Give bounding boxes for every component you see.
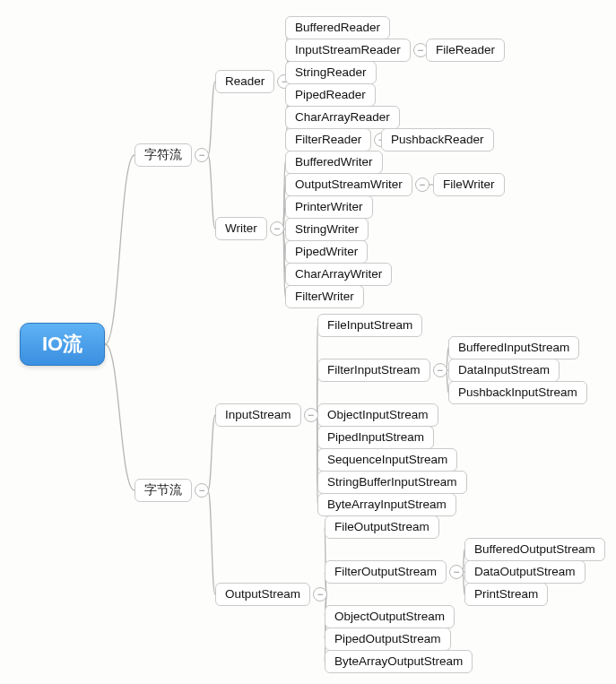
node-leaf[interactable]: PipedReader: [285, 83, 376, 107]
collapse-icon[interactable]: [270, 221, 284, 236]
node-leaf[interactable]: ByteArrayOutputStream: [325, 650, 473, 673]
node-label: InputStream: [225, 408, 291, 421]
node-label: PrinterWriter: [295, 200, 363, 213]
node-leaf[interactable]: BufferedReader: [285, 16, 390, 39]
node-label: PrintStream: [474, 587, 538, 601]
collapse-icon[interactable]: [195, 483, 209, 498]
node-leaf[interactable]: FileInputStream: [317, 314, 422, 337]
node-label: ByteArrayInputStream: [327, 498, 447, 511]
mindmap-canvas: IO流 字符流 字节流 Reader Writer InputStream Ou…: [0, 0, 616, 684]
node-inputstream[interactable]: InputStream: [215, 403, 301, 427]
node-label: OutputStreamWriter: [295, 177, 403, 191]
node-leaf[interactable]: DataInputStream: [448, 359, 560, 382]
node-label: InputStreamReader: [295, 43, 401, 56]
node-char-stream[interactable]: 字符流: [134, 143, 192, 167]
node-leaf[interactable]: PipedOutputStream: [325, 628, 451, 651]
node-label: StringReader: [295, 65, 367, 79]
node-label: PipedWriter: [295, 245, 358, 258]
node-leaf[interactable]: CharArrayWriter: [285, 263, 392, 286]
node-label: FileReader: [436, 43, 495, 56]
node-label: Writer: [225, 221, 257, 235]
node-leaf[interactable]: PipedWriter: [285, 240, 368, 264]
root-label: IO流: [42, 333, 82, 355]
node-leaf[interactable]: SequenceInputStream: [317, 448, 457, 472]
node-leaf[interactable]: BufferedOutputStream: [464, 538, 605, 561]
node-label: BufferedInputStream: [458, 341, 569, 354]
node-label: StringWriter: [295, 222, 359, 236]
node-label: ObjectInputStream: [327, 408, 429, 421]
node-byte-stream[interactable]: 字节流: [134, 479, 192, 502]
node-leaf[interactable]: FileWriter: [433, 173, 505, 196]
node-label: PushbackReader: [391, 133, 484, 146]
node-label: CharArrayReader: [295, 110, 390, 124]
node-leaf[interactable]: ObjectOutputStream: [325, 605, 455, 628]
collapse-icon[interactable]: [304, 408, 318, 422]
node-label: BufferedOutputStream: [474, 542, 595, 556]
node-label: PipedInputStream: [327, 430, 424, 444]
node-label: CharArrayWriter: [295, 267, 382, 281]
node-label: DataInputStream: [458, 363, 550, 377]
node-leaf[interactable]: ObjectInputStream: [317, 403, 438, 427]
collapse-icon[interactable]: [449, 565, 464, 579]
collapse-icon[interactable]: [195, 148, 209, 162]
node-label: Reader: [225, 74, 265, 88]
node-label: OutputStream: [225, 587, 300, 601]
node-leaf[interactable]: PushbackInputStream: [448, 381, 587, 404]
node-leaf[interactable]: FilterWriter: [285, 285, 364, 308]
node-leaf[interactable]: StringReader: [285, 61, 377, 84]
node-label: DataOutputStream: [474, 565, 576, 578]
node-label: FileWriter: [443, 177, 495, 191]
node-label: ByteArrayOutputStream: [334, 654, 463, 668]
node-leaf[interactable]: FileReader: [426, 39, 505, 62]
node-label: PipedReader: [295, 88, 366, 101]
node-label: FileInputStream: [327, 318, 412, 332]
node-leaf[interactable]: StringWriter: [285, 218, 369, 241]
node-filteroutputstream[interactable]: FilterOutputStream: [325, 560, 447, 584]
node-leaf[interactable]: DataOutputStream: [464, 560, 586, 584]
node-label: FileOutputStream: [334, 520, 429, 533]
node-label: FilterOutputStream: [334, 565, 437, 578]
node-writer[interactable]: Writer: [215, 217, 267, 240]
node-reader[interactable]: Reader: [215, 70, 274, 93]
node-outputstream[interactable]: OutputStream: [215, 583, 310, 606]
node-label: 字节流: [144, 483, 182, 497]
collapse-icon[interactable]: [313, 587, 327, 602]
node-label: 字符流: [144, 148, 182, 161]
node-label: PushbackInputStream: [458, 385, 577, 399]
node-leaf[interactable]: FileOutputStream: [325, 515, 439, 539]
node-leaf[interactable]: CharArrayReader: [285, 106, 400, 129]
node-label: FilterReader: [295, 133, 361, 146]
node-leaf[interactable]: StringBufferInputStream: [317, 471, 467, 494]
node-label: FilterWriter: [295, 290, 354, 303]
collapse-icon[interactable]: [415, 177, 429, 192]
node-leaf[interactable]: PrintStream: [464, 583, 548, 606]
node-label: BufferedReader: [295, 21, 380, 34]
node-leaf[interactable]: PrinterWriter: [285, 195, 373, 219]
node-label: BufferedWriter: [295, 155, 373, 169]
node-label: StringBufferInputStream: [327, 475, 457, 489]
collapse-icon[interactable]: [433, 363, 447, 377]
node-leaf[interactable]: BufferedWriter: [285, 151, 383, 174]
node-leaf[interactable]: PipedInputStream: [317, 426, 434, 449]
node-filterreader[interactable]: FilterReader: [285, 128, 371, 152]
node-leaf[interactable]: ByteArrayInputStream: [317, 493, 456, 516]
node-leaf[interactable]: BufferedInputStream: [448, 336, 579, 359]
node-outputstreamwriter[interactable]: OutputStreamWriter: [285, 173, 412, 196]
node-filterinputstream[interactable]: FilterInputStream: [317, 359, 430, 382]
node-leaf[interactable]: PushbackReader: [381, 128, 494, 152]
root-node[interactable]: IO流: [20, 323, 105, 366]
node-inputstreamreader[interactable]: InputStreamReader: [285, 39, 411, 62]
node-label: ObjectOutputStream: [334, 610, 445, 623]
node-label: PipedOutputStream: [334, 632, 441, 645]
node-label: SequenceInputStream: [327, 453, 447, 466]
node-label: FilterInputStream: [327, 363, 421, 377]
